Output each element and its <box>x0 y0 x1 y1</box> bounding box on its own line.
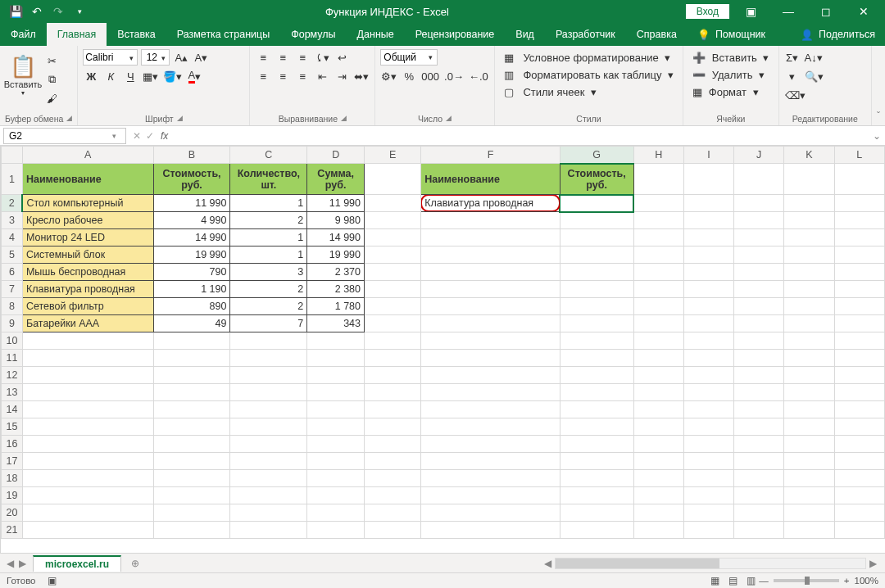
cell-D19[interactable] <box>307 487 365 504</box>
cell-B1[interactable]: Стоимость,руб. <box>153 164 230 195</box>
cell-G5[interactable] <box>560 247 633 264</box>
cell-K4[interactable] <box>784 229 834 247</box>
cell-D17[interactable] <box>307 453 365 470</box>
cell-C3[interactable]: 2 <box>230 212 307 229</box>
row-header-3[interactable]: 3 <box>2 212 23 229</box>
cell-G1[interactable]: Стоимость,руб. <box>560 164 633 195</box>
cell-H7[interactable] <box>633 281 683 298</box>
cell-E13[interactable] <box>365 384 421 401</box>
cell-B11[interactable] <box>153 350 230 367</box>
cell-H11[interactable] <box>633 350 683 367</box>
cell-B6[interactable]: 790 <box>153 264 230 281</box>
cell-E6[interactable] <box>365 264 421 281</box>
cell-F21[interactable] <box>421 522 560 539</box>
cell-H2[interactable] <box>633 195 683 212</box>
cell-grid[interactable]: ABCDEFGHIJKL1НаименованиеСтоимость,руб.К… <box>0 146 885 553</box>
cell-B14[interactable] <box>153 401 230 418</box>
dialog-launcher-icon[interactable]: ◢ <box>446 114 452 124</box>
cell-D9[interactable]: 343 <box>307 315 365 332</box>
cell-K11[interactable] <box>784 350 834 367</box>
cell-L13[interactable] <box>834 384 884 401</box>
cell-K17[interactable] <box>784 453 834 470</box>
cell-L20[interactable] <box>834 504 884 522</box>
cell-J8[interactable] <box>734 298 784 315</box>
cell-H4[interactable] <box>633 229 683 247</box>
cell-I16[interactable] <box>683 436 733 453</box>
cell-D2[interactable]: 11 990 <box>307 195 365 212</box>
tab-file[interactable]: Файл <box>0 23 47 46</box>
cell-E8[interactable] <box>365 298 421 315</box>
cell-E16[interactable] <box>365 436 421 453</box>
cell-H14[interactable] <box>633 401 683 418</box>
cell-A12[interactable] <box>22 367 153 384</box>
cell-D13[interactable] <box>307 384 365 401</box>
cell-I21[interactable] <box>683 522 733 539</box>
cell-C6[interactable]: 3 <box>230 264 307 281</box>
cell-D20[interactable] <box>307 504 365 522</box>
cell-E20[interactable] <box>365 504 421 522</box>
cell-C8[interactable]: 2 <box>230 298 307 315</box>
cell-H15[interactable] <box>633 418 683 436</box>
cell-E9[interactable] <box>365 315 421 332</box>
row-header-2[interactable]: 2 <box>2 195 23 212</box>
cell-G15[interactable] <box>560 418 633 436</box>
cell-L4[interactable] <box>834 229 884 247</box>
cell-I1[interactable] <box>683 164 733 195</box>
cell-K12[interactable] <box>784 367 834 384</box>
cell-C9[interactable]: 7 <box>230 315 307 332</box>
align-right-icon[interactable]: ≡ <box>294 68 311 84</box>
cell-A20[interactable] <box>22 504 153 522</box>
cell-F16[interactable] <box>421 436 560 453</box>
cell-J20[interactable] <box>734 504 784 522</box>
cell-F14[interactable] <box>421 401 560 418</box>
tab-review[interactable]: Рецензирование <box>405 23 506 46</box>
cell-A19[interactable] <box>22 487 153 504</box>
cut-icon[interactable]: ✂ <box>43 52 60 69</box>
col-header-L[interactable]: L <box>834 147 884 164</box>
cell-C7[interactable]: 2 <box>230 281 307 298</box>
cell-E5[interactable] <box>365 247 421 264</box>
cell-E15[interactable] <box>365 418 421 436</box>
cell-A9[interactable]: Батарейки AAA <box>22 315 153 332</box>
find-select-icon[interactable]: 🔍▾ <box>804 68 824 84</box>
align-center-icon[interactable]: ≡ <box>275 68 291 84</box>
cell-C5[interactable]: 1 <box>230 247 307 264</box>
cell-K8[interactable] <box>784 298 834 315</box>
cell-B12[interactable] <box>153 367 230 384</box>
cell-J17[interactable] <box>734 453 784 470</box>
cell-G17[interactable] <box>560 453 633 470</box>
cell-A21[interactable] <box>22 522 153 539</box>
row-header-21[interactable]: 21 <box>2 522 23 539</box>
cell-L2[interactable] <box>834 195 884 212</box>
tab-view[interactable]: Вид <box>505 23 545 46</box>
cell-F12[interactable] <box>421 367 560 384</box>
cell-J6[interactable] <box>734 264 784 281</box>
wrap-text-icon[interactable]: ↩ <box>334 49 350 66</box>
row-header-16[interactable]: 16 <box>2 436 23 453</box>
cell-D6[interactable]: 2 370 <box>307 264 365 281</box>
italic-button[interactable]: К <box>102 68 119 84</box>
bold-button[interactable]: Ж <box>83 68 99 84</box>
cell-H9[interactable] <box>633 315 683 332</box>
cell-B20[interactable] <box>153 504 230 522</box>
cell-I19[interactable] <box>683 487 733 504</box>
cell-A2[interactable]: Стол компьютерный <box>22 195 153 212</box>
zoom-out-icon[interactable]: — <box>759 576 769 586</box>
cell-D3[interactable]: 9 980 <box>307 212 365 229</box>
sheet-nav-prev-icon[interactable]: ◀ <box>7 558 14 569</box>
cell-K14[interactable] <box>784 401 834 418</box>
cell-L17[interactable] <box>834 453 884 470</box>
align-top-icon[interactable]: ≡ <box>255 49 271 66</box>
cell-K16[interactable] <box>784 436 834 453</box>
row-header-19[interactable]: 19 <box>2 487 23 504</box>
row-header-13[interactable]: 13 <box>2 384 23 401</box>
cell-D1[interactable]: Сумма,руб. <box>307 164 365 195</box>
cell-J2[interactable] <box>734 195 784 212</box>
cell-C18[interactable] <box>230 470 307 487</box>
col-header-B[interactable]: B <box>153 147 230 164</box>
cell-A16[interactable] <box>22 436 153 453</box>
normal-view-icon[interactable]: ▦ <box>707 576 723 586</box>
cell-L1[interactable] <box>834 164 884 195</box>
cell-K6[interactable] <box>784 264 834 281</box>
cell-F7[interactable] <box>421 281 560 298</box>
